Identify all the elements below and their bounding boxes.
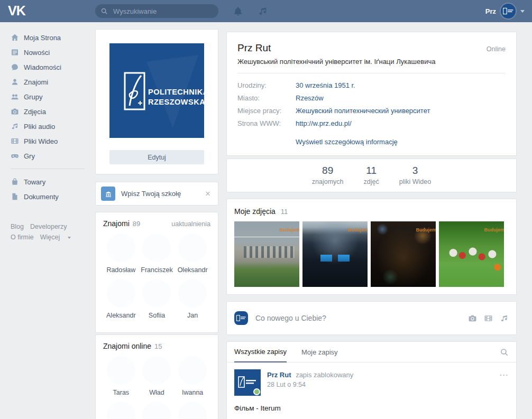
detail-value-link[interactable]: http://w.prz.edu.pl/ — [296, 119, 352, 127]
footer-link-developers[interactable]: Developerzy — [30, 223, 67, 230]
friend-avatar — [107, 356, 135, 385]
tab-all-posts[interactable]: Wszystkie zapisy — [234, 342, 287, 362]
counter-friends[interactable]: 89 znajomych — [312, 165, 344, 185]
sidebar-item-audio[interactable]: Pliki audio — [11, 119, 95, 134]
notifications-bell-icon[interactable] — [233, 6, 243, 16]
friend-item[interactable]: Wład — [139, 356, 175, 396]
photos-title[interactable]: Moje zdjęcia — [234, 207, 276, 216]
detail-value-link[interactable]: Жешувский политехнический университет — [296, 107, 430, 115]
counter-value: 89 — [312, 165, 344, 176]
friend-name: Oleksandr — [178, 266, 208, 274]
counters-card: 89 znajomych 11 zdjęć 3 pliki Wideo — [226, 159, 517, 192]
school-prompt-card: Wpisz Twoją szkołę × — [95, 182, 218, 206]
photo-thumbnail-campus-building[interactable]: Budujem — [234, 221, 299, 287]
avatar-text-line1: POLITECHNIKA — [148, 88, 204, 96]
footer-link-blog[interactable]: Blog — [11, 223, 24, 230]
post-menu-button[interactable]: ... — [500, 369, 509, 396]
friends-header: Znajomi 89 uaktualnienia — [103, 219, 210, 228]
search-input[interactable] — [112, 7, 204, 16]
sidebar-item-label: Towary — [24, 178, 45, 186]
photo-thumbnail-flight-simulator-cockpit[interactable]: Budujem — [302, 221, 368, 287]
detail-value-link[interactable]: 30 września 1951 r. — [296, 81, 355, 89]
sidebar-item-documents[interactable]: Dokumenty — [11, 189, 95, 204]
sidebar-item-photos[interactable]: Zdjęcia — [11, 104, 95, 119]
friend-name: Franciszek — [141, 266, 172, 274]
close-icon[interactable]: × — [203, 189, 213, 198]
friends-card: Znajomi 89 uaktualnienia Radosław Franci… — [95, 212, 218, 333]
post-author-link[interactable]: Prz Rut — [267, 371, 291, 379]
friend-avatar — [178, 402, 207, 419]
photos-header: Moje zdjęcia 11 — [234, 207, 509, 216]
tab-my-posts[interactable]: Moje zapisy — [301, 342, 338, 362]
chevron-down-icon — [520, 10, 525, 13]
friends-grid: Radosław Franciszek Oleksandr Aleksandr … — [103, 234, 210, 324]
page-title: Prz Rut — [237, 42, 271, 54]
detail-value-link[interactable]: Rzeszów — [296, 94, 324, 102]
post-date-link[interactable]: 28 Lut o 9:54 — [267, 381, 353, 388]
sidebar-item-games[interactable]: Gry — [11, 148, 95, 163]
counter-photos[interactable]: 11 zdjęć — [364, 165, 379, 185]
post-avatar-wrap — [234, 369, 261, 396]
sidebar-item-my-page[interactable]: Moja Strona — [11, 30, 95, 45]
friend-item[interactable]: Aleksandr — [103, 279, 139, 319]
friend-item[interactable]: Jan — [175, 279, 210, 319]
footer-link-about[interactable]: O firmie — [11, 234, 34, 241]
friends-online-grid: Taras Wład Iwanna — [103, 356, 210, 419]
user-menu[interactable]: Prz — [485, 0, 525, 22]
friend-item[interactable]: Radosław — [103, 234, 139, 274]
photo-thumbnail-night-event-crowd[interactable]: Budujem — [371, 221, 436, 287]
friend-item[interactable]: Iwanna — [175, 356, 210, 396]
counter-label: pliki Wideo — [399, 178, 431, 185]
chevron-down-icon — [68, 237, 71, 239]
groups-icon — [11, 92, 19, 101]
friend-item[interactable] — [139, 402, 175, 419]
friends-title[interactable]: Znajomi — [103, 219, 130, 228]
attach-video-icon[interactable] — [484, 314, 493, 323]
avatar-text-line2: RZESZOWSKA — [148, 98, 204, 106]
friends-updates-link[interactable]: uaktualnienia — [171, 220, 210, 228]
friend-item[interactable]: Sofiia — [139, 279, 175, 319]
sidebar-item-label: Pliki Wideo — [24, 137, 58, 145]
sidebar-item-label: Pliki audio — [24, 123, 55, 131]
counter-label: znajomych — [312, 178, 344, 185]
post-meta: Prz Rut zapis zablokowany 28 Lut o 9:54 — [267, 369, 353, 396]
friend-avatar — [107, 279, 135, 308]
global-search[interactable] — [95, 4, 218, 18]
sidebar-item-news[interactable]: Nowości — [11, 45, 95, 60]
friend-item[interactable] — [175, 402, 210, 419]
footer-link-more[interactable]: Więcej — [40, 234, 60, 241]
vk-logo[interactable]: VK — [8, 3, 25, 18]
friend-item[interactable] — [103, 402, 139, 419]
school-prompt-input[interactable]: Wpisz Twoją szkołę — [121, 190, 203, 198]
wall-search-icon[interactable] — [500, 348, 509, 357]
home-icon — [11, 33, 19, 42]
friend-item[interactable]: Franciszek — [139, 234, 175, 274]
counter-videos[interactable]: 3 pliki Wideo — [399, 165, 431, 185]
film-icon — [11, 137, 19, 145]
attach-audio-icon[interactable] — [500, 314, 509, 323]
friend-avatar — [107, 234, 135, 262]
sidebar-item-market[interactable]: Towary — [11, 174, 95, 189]
sidebar-divider — [11, 169, 85, 169]
music-icon[interactable] — [258, 6, 268, 16]
profile-photo-card: POLITECHNIKA RZESZOWSKA Edytuj — [95, 29, 218, 174]
composer-input[interactable]: Co nowego u Ciebie? — [255, 314, 461, 322]
edit-profile-button[interactable]: Edytuj — [109, 150, 204, 164]
show-detailed-info-link[interactable]: Wyświetl szczegółową informację — [296, 138, 398, 146]
sidebar-item-friends[interactable]: Znajomi — [11, 75, 95, 89]
friends-online-count: 15 — [154, 342, 162, 350]
friends-online-title[interactable]: Znajomi online — [103, 342, 151, 350]
attach-photo-icon[interactable] — [468, 314, 477, 323]
friend-item[interactable]: Taras — [103, 356, 139, 396]
profile-info-card: Prz Rut Online Жешувський політехнічний … — [226, 32, 517, 156]
friend-item[interactable]: Oleksandr — [175, 234, 210, 274]
sidebar-item-messages[interactable]: Wiadomości — [11, 60, 95, 75]
sidebar-item-groups[interactable]: Grupy — [11, 89, 95, 104]
sidebar-item-label: Zdjęcia — [24, 108, 46, 116]
friend-avatar — [178, 234, 207, 262]
sidebar-item-label: Nowości — [24, 49, 50, 57]
photo-thumbnail-folk-dancers[interactable]: Budujem — [439, 221, 504, 287]
music-note-icon — [11, 122, 19, 131]
sidebar-item-video[interactable]: Pliki Wideo — [11, 134, 95, 148]
profile-photo[interactable]: POLITECHNIKA RZESZOWSKA — [109, 43, 204, 138]
